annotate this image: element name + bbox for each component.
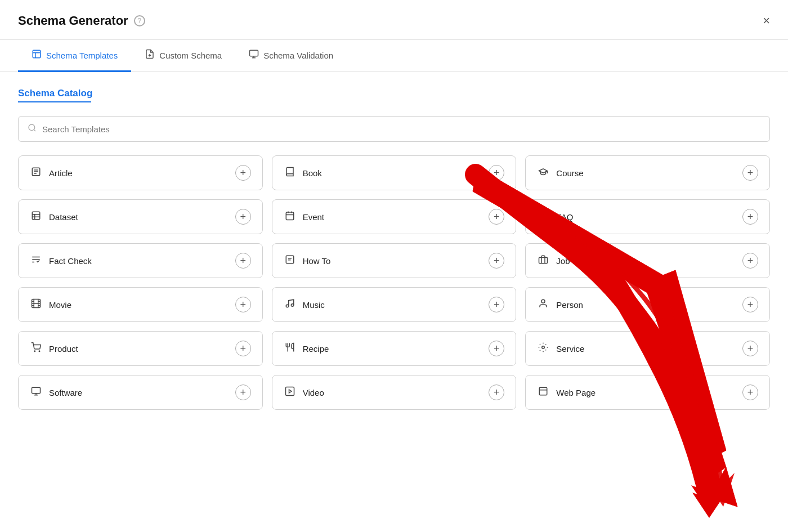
modal-title: Schema Generator xyxy=(18,14,128,28)
course-label: Course xyxy=(556,168,583,178)
tab-schema-templates[interactable]: Schema Templates xyxy=(18,40,131,72)
book-label: Book xyxy=(303,168,322,178)
book-add-button[interactable]: + xyxy=(489,165,504,181)
card-software[interactable]: Software + xyxy=(18,375,263,410)
svg-point-41 xyxy=(39,351,40,352)
card-faq[interactable]: FAQ + xyxy=(525,199,770,234)
card-video[interactable]: Video + xyxy=(272,375,517,410)
svg-point-38 xyxy=(291,303,294,306)
tab-schema-validation-label: Schema Validation xyxy=(263,51,333,60)
card-music[interactable]: Music + xyxy=(272,287,517,322)
card-left-how-to: How To xyxy=(284,254,331,267)
svg-point-40 xyxy=(34,351,35,352)
card-book[interactable]: Book + xyxy=(272,155,517,190)
close-button[interactable]: × xyxy=(763,15,770,27)
card-left-dataset: Dataset xyxy=(30,211,78,223)
card-left-event: Event xyxy=(284,211,324,223)
faq-label: FAQ xyxy=(556,212,573,222)
article-add-button[interactable]: + xyxy=(235,165,251,181)
product-icon xyxy=(30,342,42,355)
card-left-article: Article xyxy=(30,167,73,180)
movie-add-button[interactable]: + xyxy=(235,297,251,312)
card-article[interactable]: Article + xyxy=(18,155,263,190)
fact-check-add-button[interactable]: + xyxy=(235,253,251,269)
article-label: Article xyxy=(49,168,73,178)
product-label: Product xyxy=(49,344,78,354)
svg-marker-53 xyxy=(704,467,737,507)
svg-point-42 xyxy=(542,346,545,348)
schema-grid: Article + Book + Course + Dataset + xyxy=(18,155,770,410)
how-to-icon xyxy=(284,254,296,267)
fact-check-icon xyxy=(30,254,42,267)
recipe-label: Recipe xyxy=(303,344,329,354)
tab-schema-templates-label: Schema Templates xyxy=(46,51,118,60)
faq-add-button[interactable]: + xyxy=(742,209,758,225)
tab-schema-validation[interactable]: Schema Validation xyxy=(235,40,347,72)
service-add-button[interactable]: + xyxy=(742,341,758,356)
event-icon xyxy=(284,211,296,223)
job-posting-icon xyxy=(537,254,549,267)
card-left-service: Service xyxy=(537,342,584,355)
article-icon xyxy=(30,167,42,180)
card-service[interactable]: Service + xyxy=(525,331,770,366)
card-event[interactable]: Event + xyxy=(272,199,517,234)
video-label: Video xyxy=(303,388,324,397)
job-posting-add-button[interactable]: + xyxy=(742,253,758,269)
card-web-page[interactable]: Web Page + xyxy=(525,375,770,410)
schema-templates-icon xyxy=(32,49,42,61)
person-add-button[interactable]: + xyxy=(742,297,758,312)
tab-custom-schema[interactable]: Custom Schema xyxy=(131,40,235,72)
product-add-button[interactable]: + xyxy=(235,341,251,356)
card-left-faq: FAQ xyxy=(537,211,573,223)
dataset-add-button[interactable]: + xyxy=(235,209,251,225)
card-left-web-page: Web Page xyxy=(537,386,596,399)
search-bar[interactable] xyxy=(18,116,770,142)
svg-point-39 xyxy=(541,299,545,303)
card-left-software: Software xyxy=(30,386,82,399)
card-left-recipe: Recipe xyxy=(284,342,329,355)
fact-check-label: Fact Check xyxy=(49,256,92,266)
card-dataset[interactable]: Dataset + xyxy=(18,199,263,234)
event-label: Event xyxy=(303,212,324,222)
service-label: Service xyxy=(556,344,584,354)
book-icon xyxy=(284,167,296,180)
card-product[interactable]: Product + xyxy=(18,331,263,366)
recipe-icon xyxy=(284,342,296,355)
dataset-icon xyxy=(30,211,42,223)
card-how-to[interactable]: How To + xyxy=(272,243,517,278)
card-course[interactable]: Course + xyxy=(525,155,770,190)
svg-marker-55 xyxy=(692,493,726,518)
software-add-button[interactable]: + xyxy=(235,385,251,400)
card-recipe[interactable]: Recipe + xyxy=(272,331,517,366)
card-left-movie: Movie xyxy=(30,298,71,311)
svg-rect-43 xyxy=(32,387,41,394)
job-posting-label: Job Posting xyxy=(556,256,600,266)
card-left-product: Product xyxy=(30,342,78,355)
recipe-add-button[interactable]: + xyxy=(489,341,504,356)
card-person[interactable]: Person + xyxy=(525,287,770,322)
card-job-posting[interactable]: Job Posting + xyxy=(525,243,770,278)
video-add-button[interactable]: + xyxy=(489,385,504,400)
music-add-button[interactable]: + xyxy=(489,297,504,312)
web-page-add-button[interactable]: + xyxy=(742,385,758,400)
custom-schema-icon xyxy=(145,49,155,61)
video-icon xyxy=(284,386,296,399)
course-add-button[interactable]: + xyxy=(742,165,758,181)
help-icon[interactable]: ? xyxy=(134,15,145,26)
web-page-icon xyxy=(537,386,549,399)
card-left-job-posting: Job Posting xyxy=(537,254,600,267)
card-left-fact-check: Fact Check xyxy=(30,254,92,267)
card-left-video: Video xyxy=(284,386,324,399)
search-input[interactable] xyxy=(42,124,760,134)
event-add-button[interactable]: + xyxy=(489,209,504,225)
svg-rect-14 xyxy=(32,212,40,220)
card-movie[interactable]: Movie + xyxy=(18,287,263,322)
how-to-add-button[interactable]: + xyxy=(489,253,504,269)
card-fact-check[interactable]: Fact Check + xyxy=(18,243,263,278)
svg-point-8 xyxy=(29,124,35,131)
dataset-label: Dataset xyxy=(49,212,78,222)
svg-rect-48 xyxy=(540,387,548,395)
software-label: Software xyxy=(49,388,82,397)
svg-rect-0 xyxy=(33,50,41,58)
how-to-label: How To xyxy=(303,256,331,266)
